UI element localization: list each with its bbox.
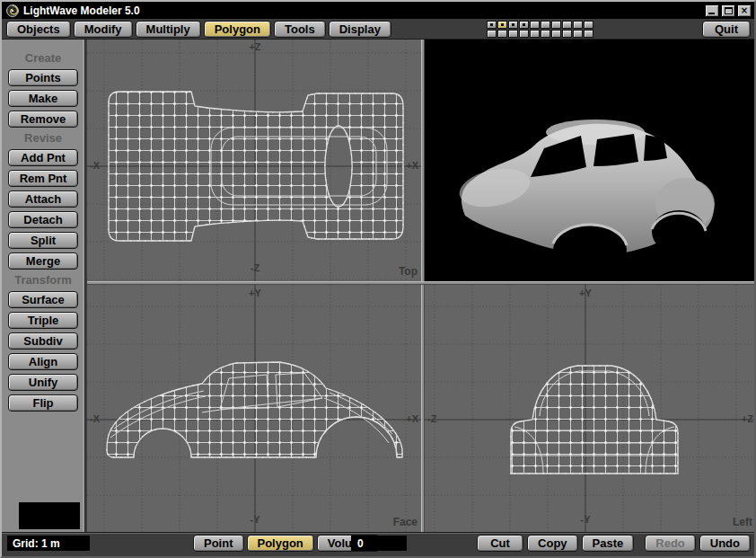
axis-label-plus-x: +X bbox=[406, 414, 418, 424]
minimize-button[interactable] bbox=[705, 4, 719, 17]
sidebar-button-points[interactable]: Points bbox=[8, 69, 78, 86]
viewport-top[interactable]: +Z -X +X -Z Top bbox=[87, 40, 421, 281]
layer-button-fg-3[interactable] bbox=[508, 21, 518, 29]
sidebar-button-attach[interactable]: Attach bbox=[8, 190, 78, 208]
axis-label-minus-y: -Y bbox=[251, 515, 260, 525]
sidebar: CreatePointsMakeRemoveReviseAdd PntRem P… bbox=[2, 40, 85, 532]
sidebar-sections: CreatePointsMakeRemoveReviseAdd PntRem P… bbox=[2, 51, 84, 412]
maximize-icon bbox=[725, 7, 733, 14]
edit-buttons: CutCopyPasteRedoUndo bbox=[477, 535, 751, 552]
layer-button-fg-1[interactable] bbox=[487, 21, 497, 29]
titlebar[interactable]: LightWave Modeler 5.0 × bbox=[2, 2, 754, 19]
layer-button-fg-5[interactable] bbox=[530, 21, 540, 29]
axis-label-minus-x: -X bbox=[90, 161, 100, 171]
viewport-face[interactable]: +Y -X +X -Y Face bbox=[87, 285, 421, 532]
viewport-horizontal-divider[interactable] bbox=[87, 281, 756, 285]
minimize-icon bbox=[708, 13, 715, 14]
close-button[interactable]: × bbox=[737, 4, 752, 17]
axis-label-plus-z: +Z bbox=[742, 414, 753, 424]
layer-button-fg-8[interactable] bbox=[562, 21, 572, 29]
lightwave-modeler-window: LightWave Modeler 5.0 × ObjectsModifyMul… bbox=[0, 0, 756, 558]
close-icon: × bbox=[738, 5, 751, 16]
layer-button-bg-10[interactable] bbox=[584, 30, 593, 38]
quit-button[interactable]: Quit bbox=[702, 21, 751, 38]
edit-button-copy[interactable]: Copy bbox=[527, 535, 578, 552]
sidebar-button-merge[interactable]: Merge bbox=[8, 252, 78, 270]
mode-button-polygon[interactable]: Polygon bbox=[247, 535, 314, 552]
menu-buttons: ObjectsModifyMultiplyPolygonToolsDisplay bbox=[6, 21, 391, 38]
layer-button-bg-4[interactable] bbox=[519, 30, 529, 38]
axis-label-minus-z: -Z bbox=[427, 414, 436, 424]
grid-size-display: Grid: 1 m bbox=[7, 536, 90, 551]
color-preview-swatch bbox=[19, 502, 80, 529]
viewport-vertical-divider[interactable] bbox=[421, 40, 425, 532]
axis-label-minus-x: -X bbox=[90, 414, 100, 424]
section-header-create: Create bbox=[2, 51, 84, 66]
viewport-area: +Z -X +X -Z Top bbox=[87, 40, 756, 532]
edit-button-cut[interactable]: Cut bbox=[477, 535, 523, 552]
app-icon bbox=[6, 4, 19, 17]
layer-button-fg-9[interactable] bbox=[573, 21, 583, 29]
viewport-left[interactable]: +Y -Z +Z -Y Left bbox=[425, 285, 756, 532]
edit-button-redo: Redo bbox=[645, 535, 696, 552]
layer-button-bg-9[interactable] bbox=[573, 30, 583, 38]
sidebar-button-make[interactable]: Make bbox=[8, 90, 78, 107]
edit-button-paste[interactable]: Paste bbox=[582, 535, 635, 552]
sidebar-button-align[interactable]: Align bbox=[8, 353, 78, 370]
sidebar-button-unify[interactable]: Unify bbox=[8, 374, 78, 391]
statusbar: Grid: 1 m PointPolygonVolume 0 CutCopyPa… bbox=[2, 532, 754, 554]
layer-button-bg-8[interactable] bbox=[562, 30, 572, 38]
layer-button-bg-2[interactable] bbox=[497, 30, 507, 38]
viewport-preview[interactable] bbox=[425, 40, 756, 281]
layer-button-fg-6[interactable] bbox=[541, 21, 550, 29]
sidebar-button-split[interactable]: Split bbox=[8, 232, 78, 249]
layer-button-fg-4[interactable] bbox=[519, 21, 529, 29]
layer-grid bbox=[487, 21, 594, 39]
section-header-revise: Revise bbox=[2, 131, 84, 146]
layer-button-bg-6[interactable] bbox=[541, 30, 550, 38]
axis-label-plus-x: +X bbox=[406, 161, 418, 171]
menu-button-modify[interactable]: Modify bbox=[74, 21, 133, 38]
window-title: LightWave Modeler 5.0 bbox=[23, 4, 140, 17]
sidebar-button-surface[interactable]: Surface bbox=[8, 291, 78, 308]
menu-button-display[interactable]: Display bbox=[329, 21, 391, 38]
axis-label-minus-y: -Y bbox=[581, 515, 591, 525]
menu-button-objects[interactable]: Objects bbox=[6, 21, 71, 38]
mode-button-point[interactable]: Point bbox=[193, 535, 244, 552]
rear-wheel-arch bbox=[652, 210, 706, 253]
section-header-transform: Transform bbox=[2, 273, 84, 288]
layer-button-fg-10[interactable] bbox=[584, 21, 593, 29]
axis-label-plus-y: +Y bbox=[579, 288, 592, 298]
sidebar-button-rem-pnt[interactable]: Rem Pnt bbox=[8, 170, 78, 187]
sidebar-button-remove[interactable]: Remove bbox=[8, 111, 78, 128]
axis-label-minus-z: -Z bbox=[251, 263, 259, 273]
maximize-button[interactable] bbox=[721, 4, 735, 17]
viewport-name-face: Face bbox=[393, 516, 418, 528]
axis-label-plus-y: +Y bbox=[249, 288, 261, 298]
sidebar-button-subdiv[interactable]: Subdiv bbox=[8, 332, 78, 350]
layer-button-bg-5[interactable] bbox=[530, 30, 540, 38]
sidebar-button-detach[interactable]: Detach bbox=[8, 211, 78, 228]
menu-button-tools[interactable]: Tools bbox=[274, 21, 326, 38]
layer-button-bg-3[interactable] bbox=[508, 30, 518, 38]
sidebar-button-triple[interactable]: Triple bbox=[8, 312, 78, 329]
layer-button-bg-1[interactable] bbox=[487, 30, 497, 38]
axis-label-plus-z: +Z bbox=[249, 42, 260, 52]
selection-count-field: 0 bbox=[351, 536, 407, 551]
menubar: ObjectsModifyMultiplyPolygonToolsDisplay… bbox=[2, 19, 754, 40]
layer-button-fg-7[interactable] bbox=[551, 21, 561, 29]
sidebar-button-add-pnt[interactable]: Add Pnt bbox=[8, 149, 78, 166]
sidebar-button-flip[interactable]: Flip bbox=[8, 394, 78, 412]
viewport-name-top: Top bbox=[399, 265, 418, 278]
viewport-name-left: Left bbox=[733, 516, 752, 528]
menu-button-multiply[interactable]: Multiply bbox=[136, 21, 201, 38]
layer-button-fg-2[interactable] bbox=[497, 21, 507, 29]
edit-button-undo[interactable]: Undo bbox=[699, 535, 751, 552]
menu-button-polygon[interactable]: Polygon bbox=[204, 21, 271, 38]
layer-button-bg-7[interactable] bbox=[551, 30, 561, 38]
